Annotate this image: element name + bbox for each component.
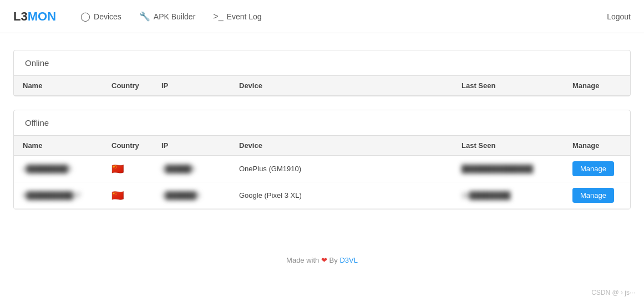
online-section-title: Online xyxy=(14,50,630,75)
cell-country: 🇨🇳 xyxy=(103,156,153,182)
footer-made-with: Made with xyxy=(286,256,321,264)
devices-icon: ◯ xyxy=(80,11,90,22)
offline-table-body: d████████5🇨🇳1█████6OnePlus (GM1910)█████… xyxy=(14,156,630,209)
cell-device: Google (Pixel 3 XL) xyxy=(230,182,453,209)
online-table-header: Name Country IP Device Last Seen Manage xyxy=(14,76,630,96)
cell-country: 🇨🇳 xyxy=(103,182,153,209)
online-col-name: Name xyxy=(14,76,103,96)
flag-icon: 🇨🇳 xyxy=(111,163,124,175)
online-section: Online Name Country IP Device Last Seen … xyxy=(13,50,631,96)
offline-table: Name Country IP Device Last Seen Manage … xyxy=(14,135,630,209)
offline-col-name: Name xyxy=(14,136,103,156)
cell-name: d████████5 xyxy=(14,156,103,182)
online-col-device: Device xyxy=(230,76,453,96)
brand-logo[interactable]: L3MON xyxy=(13,9,56,24)
offline-section: Offline Name Country IP Device Last Seen… xyxy=(13,110,631,209)
cell-manage: Manage xyxy=(564,156,630,182)
footer: Made with ❤ By D3VL xyxy=(0,245,644,275)
cell-device: OnePlus (GM1910) xyxy=(230,156,453,182)
cell-last-seen: 18████████ xyxy=(453,182,564,209)
blurred-name: 8█████████37 xyxy=(23,191,81,199)
logout-button[interactable]: Logout xyxy=(607,12,631,21)
blurred-ip: 1██████5 xyxy=(161,191,200,199)
manage-button[interactable]: Manage xyxy=(572,188,614,203)
online-col-lastseen: Last Seen xyxy=(453,76,564,96)
cell-manage: Manage xyxy=(564,182,630,209)
offline-col-country: Country xyxy=(103,136,153,156)
nav-devices[interactable]: ◯ Devices xyxy=(74,7,128,26)
offline-col-lastseen: Last Seen xyxy=(453,136,564,156)
table-row: 8█████████37🇨🇳1██████5Google (Pixel 3 XL… xyxy=(14,182,630,209)
cell-ip: 1█████6 xyxy=(153,156,230,182)
offline-col-device: Device xyxy=(230,136,453,156)
nav-event-log[interactable]: >_ Event Log xyxy=(206,7,268,26)
nav-devices-label: Devices xyxy=(94,12,121,21)
offline-col-ip: IP xyxy=(153,136,230,156)
online-col-ip: IP xyxy=(153,76,230,96)
online-table: Name Country IP Device Last Seen Manage xyxy=(14,75,630,96)
terminal-icon: >_ xyxy=(213,12,223,22)
nav-event-log-label: Event Log xyxy=(227,12,262,21)
blurred-lastseen: 18████████ xyxy=(462,191,510,199)
footer-author: D3VL xyxy=(339,256,358,264)
nav-apk-builder[interactable]: 🔧 APK Builder xyxy=(133,7,202,26)
table-row: d████████5🇨🇳1█████6OnePlus (GM1910)█████… xyxy=(14,156,630,182)
offline-table-header: Name Country IP Device Last Seen Manage xyxy=(14,136,630,156)
online-col-country: Country xyxy=(103,76,153,96)
footer-by: By xyxy=(329,256,340,264)
wrench-icon: 🔧 xyxy=(139,11,150,22)
cell-name: 8█████████37 xyxy=(14,182,103,209)
manage-button[interactable]: Manage xyxy=(572,161,614,176)
offline-col-manage: Manage xyxy=(564,136,630,156)
brand-accent: MON xyxy=(28,9,56,23)
footer-heart-icon: ❤ xyxy=(321,256,327,264)
main-content: Online Name Country IP Device Last Seen … xyxy=(0,33,644,239)
blurred-name: d████████5 xyxy=(23,165,72,173)
cell-last-seen: ██████████████ xyxy=(453,156,564,182)
online-header-row: Name Country IP Device Last Seen Manage xyxy=(14,76,630,96)
blurred-ip: 1█████6 xyxy=(161,165,195,173)
cell-ip: 1██████5 xyxy=(153,182,230,209)
flag-icon: 🇨🇳 xyxy=(111,190,124,201)
online-col-manage: Manage xyxy=(564,76,630,96)
blurred-lastseen: ██████████████ xyxy=(462,165,533,173)
navbar: L3MON ◯ Devices 🔧 APK Builder >_ Event L… xyxy=(0,0,644,33)
offline-header-row: Name Country IP Device Last Seen Manage xyxy=(14,136,630,156)
nav-links: ◯ Devices 🔧 APK Builder >_ Event Log xyxy=(74,7,607,26)
nav-apk-label: APK Builder xyxy=(154,12,195,21)
offline-section-title: Offline xyxy=(14,110,630,135)
